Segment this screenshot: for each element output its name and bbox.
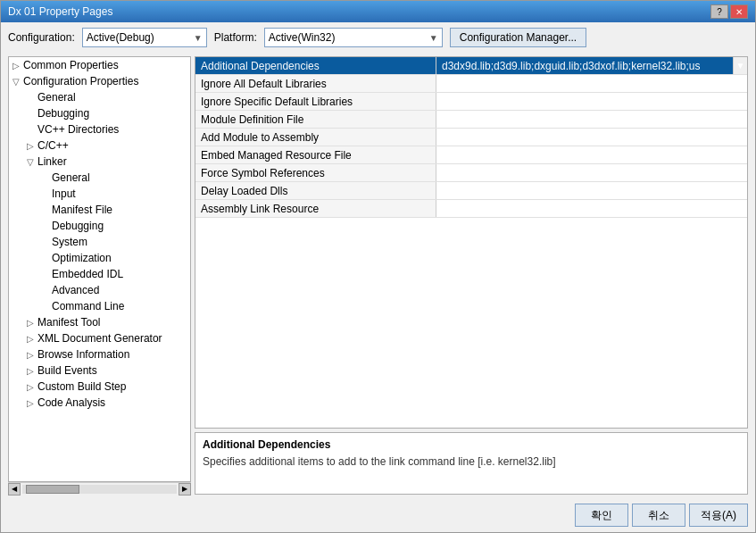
tree-label-custom-build: Custom Build Step: [37, 380, 126, 393]
tree-item-configuration-properties[interactable]: ▽ Configuration Properties: [9, 73, 190, 89]
prop-value-add-module: [436, 129, 747, 146]
left-panel: ▷ Common Properties ▽ Configuration Prop…: [8, 56, 191, 495]
prop-value-delay-loaded: [436, 182, 747, 199]
scroll-track[interactable]: [22, 485, 177, 494]
prop-row-delay-loaded[interactable]: Delay Loaded Dlls: [195, 182, 747, 200]
expand-icon-xml: ▷: [27, 334, 37, 344]
tree-item-linker-debugging[interactable]: Debugging: [9, 218, 190, 234]
expand-icon-config: ▽: [12, 77, 23, 87]
scroll-right-btn[interactable]: ▶: [179, 483, 191, 496]
tree-label-vc-directories: VC++ Directories: [37, 123, 119, 136]
tree-label-xml-document: XML Document Generator: [37, 332, 162, 345]
prop-value-additional-deps: d3dx9d.lib;d3d9.lib;dxguid.lib;d3dxof.li…: [436, 57, 733, 74]
tree-label-linker-input: Input: [52, 187, 76, 200]
prop-name-ignore-specific: Ignore Specific Default Libraries: [195, 93, 436, 110]
tree-item-common-properties[interactable]: ▷ Common Properties: [9, 57, 190, 73]
platform-label: Platform:: [214, 31, 257, 44]
platform-dropdown-arrow: ▼: [429, 33, 438, 43]
expand-icon-custom-build: ▷: [27, 382, 37, 392]
prop-row-additional-deps[interactable]: Additional Dependencies d3dx9d.lib;d3d9.…: [195, 57, 747, 75]
tree-h-scrollbar: ◀ ▶: [8, 482, 191, 495]
tree-label-debugging: Debugging: [37, 107, 89, 120]
prop-value-force-symbol: [436, 164, 747, 181]
help-button[interactable]: ?: [710, 4, 728, 19]
tree-item-linker-system[interactable]: System: [9, 234, 190, 250]
tree-item-linker-command-line[interactable]: Command Line: [9, 298, 190, 314]
prop-row-module-def[interactable]: Module Definition File: [195, 111, 747, 129]
platform-value: Active(Win32): [269, 31, 438, 44]
tree-label-linker-debugging: Debugging: [52, 220, 104, 232]
tree-item-vc-directories[interactable]: VC++ Directories: [9, 121, 190, 137]
scroll-left-btn[interactable]: ◀: [8, 483, 21, 496]
tree-item-general[interactable]: General: [9, 89, 190, 105]
desc-text: Specifies additional items to add to the…: [203, 454, 740, 470]
tree-label-code-analysis: Code Analysis: [37, 396, 105, 409]
tree-item-linker-manifest[interactable]: Manifest File: [9, 202, 190, 218]
tree-label-browse-info: Browse Information: [37, 348, 129, 361]
prop-name-add-module: Add Module to Assembly: [195, 129, 436, 146]
tree-item-linker[interactable]: ▽ Linker: [9, 154, 190, 170]
window-title: Dx 01 Property Pages: [8, 5, 112, 18]
prop-value-embed-managed: [436, 146, 747, 163]
prop-name-additional-deps: Additional Dependencies: [195, 57, 436, 74]
value-scroll-btn[interactable]: ▼: [733, 57, 747, 74]
tree-item-linker-input[interactable]: Input: [9, 186, 190, 202]
config-manager-button[interactable]: Configuration Manager...: [450, 28, 586, 47]
right-panel: Additional Dependencies d3dx9d.lib;d3d9.…: [195, 56, 748, 495]
tree-item-code-analysis[interactable]: ▷ Code Analysis: [9, 395, 190, 411]
tree-item-build-events[interactable]: ▷ Build Events: [9, 362, 190, 379]
prop-row-ignore-specific[interactable]: Ignore Specific Default Libraries: [195, 93, 747, 111]
prop-value-module-def: [436, 111, 747, 128]
tree-label-common-properties: Common Properties: [23, 59, 119, 71]
expand-icon-cpp: ▷: [27, 141, 37, 151]
desc-title: Additional Dependencies: [203, 438, 740, 451]
prop-row-embed-managed[interactable]: Embed Managed Resource File: [195, 146, 747, 164]
toolbar: Configuration: Active(Debug) ▼ Platform:…: [1, 22, 755, 53]
prop-name-module-def: Module Definition File: [195, 111, 436, 128]
apply-button[interactable]: 적용(A): [689, 504, 748, 527]
expand-icon-build: ▷: [27, 366, 37, 376]
config-value: Active(Debug): [87, 31, 203, 44]
tree-label-manifest-tool: Manifest Tool: [37, 316, 100, 329]
platform-dropdown[interactable]: Active(Win32) ▼: [264, 28, 443, 47]
close-button[interactable]: ✕: [730, 4, 748, 19]
main-window: Dx 01 Property Pages ? ✕ Configuration: …: [0, 0, 756, 533]
tree-item-browse-info[interactable]: ▷ Browse Information: [9, 346, 190, 362]
tree-label-linker-embedded-idl: Embedded IDL: [52, 268, 123, 280]
tree-label-linker-command-line: Command Line: [52, 300, 124, 312]
prop-row-force-symbol[interactable]: Force Symbol References: [195, 164, 747, 182]
tree-label-linker-advanced: Advanced: [52, 284, 99, 296]
config-dropdown-arrow: ▼: [194, 33, 203, 43]
tree-item-linker-embedded-idl[interactable]: Embedded IDL: [9, 266, 190, 282]
prop-name-delay-loaded: Delay Loaded Dlls: [195, 182, 436, 199]
expand-icon-code-analysis: ▷: [27, 398, 37, 408]
tree-label-configuration-properties: Configuration Properties: [23, 75, 138, 87]
tree-item-linker-general[interactable]: General: [9, 170, 190, 186]
ok-button[interactable]: 확인: [575, 504, 628, 527]
tree-item-manifest-tool[interactable]: ▷ Manifest Tool: [9, 314, 190, 330]
prop-row-add-module[interactable]: Add Module to Assembly: [195, 129, 747, 146]
tree-item-linker-advanced[interactable]: Advanced: [9, 282, 190, 298]
title-bar: Dx 01 Property Pages ? ✕: [1, 1, 755, 22]
tree-label-cpp: C/C++: [37, 139, 69, 152]
tree-view: ▷ Common Properties ▽ Configuration Prop…: [8, 56, 191, 482]
config-dropdown[interactable]: Active(Debug) ▼: [82, 28, 207, 47]
cancel-button[interactable]: 취소: [632, 504, 685, 527]
tree-item-linker-optimization[interactable]: Optimization: [9, 250, 190, 266]
tree-label-general: General: [37, 91, 76, 104]
expand-icon-common: ▷: [12, 61, 23, 71]
tree-item-custom-build[interactable]: ▷ Custom Build Step: [9, 379, 190, 395]
tree-item-debugging[interactable]: Debugging: [9, 105, 190, 121]
prop-name-embed-managed: Embed Managed Resource File: [195, 146, 436, 163]
prop-row-assembly-link[interactable]: Assembly Link Resource: [195, 200, 747, 218]
config-label: Configuration:: [8, 31, 75, 44]
tree-item-cpp[interactable]: ▷ C/C++: [9, 137, 190, 154]
tree-item-xml-document[interactable]: ▷ XML Document Generator: [9, 330, 190, 346]
tree-label-build-events: Build Events: [37, 364, 97, 377]
tree-label-linker: Linker: [37, 155, 67, 168]
title-bar-buttons: ? ✕: [710, 4, 748, 19]
scroll-thumb[interactable]: [26, 485, 79, 494]
prop-name-assembly-link: Assembly Link Resource: [195, 200, 436, 217]
tree-label-linker-system: System: [52, 236, 87, 248]
prop-row-ignore-all[interactable]: Ignore All Default Libraries: [195, 75, 747, 93]
